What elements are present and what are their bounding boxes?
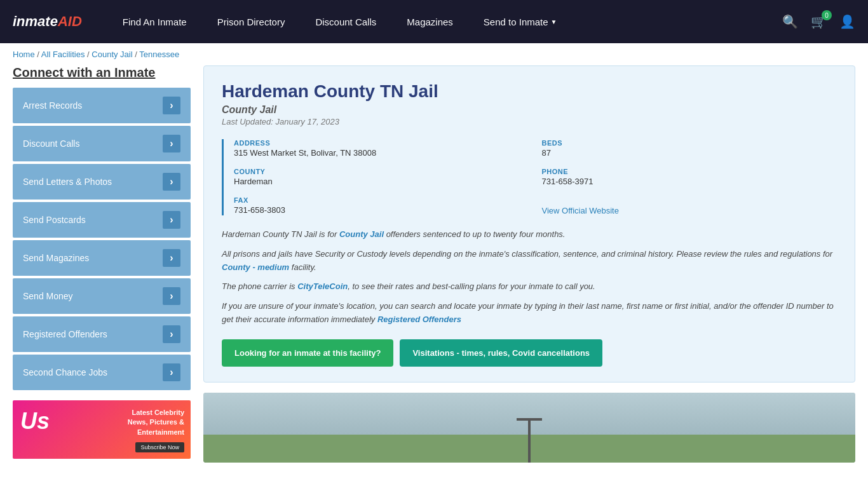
arrow-icon: ›	[163, 173, 180, 191]
breadcrumb: Home / All Facilities / County Jail / Te…	[0, 43, 868, 65]
breadcrumb-all-facilities[interactable]: All Facilities	[41, 50, 85, 59]
cart-icon[interactable]: 🛒 0	[811, 14, 827, 29]
logo[interactable]: inmateAID	[13, 13, 82, 30]
action-buttons: Looking for an inmate at this facility? …	[222, 339, 837, 367]
cart-badge: 0	[822, 10, 832, 20]
visitations-button[interactable]: Visitations - times, rules, Covid cancel…	[400, 339, 602, 367]
registered-offenders-link[interactable]: Registered Offenders	[377, 315, 461, 324]
county-jail-link[interactable]: County Jail	[339, 229, 384, 239]
breadcrumb-tennessee[interactable]: Tennessee	[139, 50, 179, 59]
ad-subscribe-button[interactable]: Subscribe Now	[135, 442, 184, 452]
arrow-icon: ›	[163, 97, 180, 114]
address-block: ADDRESS 315 West Market St, Bolivar, TN …	[234, 139, 529, 158]
ad-banner[interactable]: Us Latest Celebrity News, Pictures & Ent…	[13, 400, 191, 459]
arrow-icon: ›	[163, 363, 180, 381]
facility-updated: Last Updated: January 17, 2023	[222, 117, 837, 126]
breadcrumb-county-jail[interactable]: County Jail	[92, 50, 132, 59]
sidebar-item-discount-calls[interactable]: Discount Calls ›	[13, 126, 191, 161]
dropdown-arrow-icon: ▼	[551, 18, 557, 25]
desc1: Hardeman County TN Jail is for County Ja…	[222, 228, 837, 241]
ground	[203, 435, 855, 463]
facility-type: County Jail	[222, 104, 837, 116]
sidebar-item-arrest-records[interactable]: Arrest Records ›	[13, 88, 191, 123]
header-icons: 🔍 🛒 0 👤	[782, 14, 855, 29]
site-header: inmateAID Find An Inmate Prison Director…	[0, 0, 868, 43]
pole	[528, 418, 531, 463]
sidebar: Connect with an Inmate Arrest Records › …	[13, 65, 191, 463]
nav-discount-calls[interactable]: Discount Calls	[300, 0, 391, 43]
citytelecoin-link[interactable]: CityTeleCoin	[297, 281, 348, 291]
breadcrumb-home[interactable]: Home	[13, 50, 35, 59]
arrow-icon: ›	[163, 135, 180, 152]
main-container: Connect with an Inmate Arrest Records › …	[0, 65, 868, 475]
facility-info-grid: ADDRESS 315 West Market St, Bolivar, TN …	[222, 139, 837, 215]
facility-card: Hardeman County TN Jail County Jail Last…	[203, 65, 855, 383]
county-block: COUNTY Hardeman	[234, 168, 529, 186]
sidebar-item-send-letters[interactable]: Send Letters & Photos ›	[13, 164, 191, 200]
ad-text: Latest Celebrity News, Pictures & Entert…	[128, 408, 184, 437]
user-icon[interactable]: 👤	[839, 14, 855, 29]
county-medium-link[interactable]: County - medium	[222, 262, 289, 272]
sidebar-title: Connect with an Inmate	[13, 65, 191, 80]
arrow-icon: ›	[163, 211, 180, 229]
facility-name: Hardeman County TN Jail	[222, 81, 837, 102]
facility-image	[203, 393, 855, 463]
sidebar-item-second-chance-jobs[interactable]: Second Chance Jobs ›	[13, 355, 191, 390]
phone-block: PHONE 731-658-3971	[542, 168, 837, 186]
nav-prison-directory[interactable]: Prison Directory	[202, 0, 301, 43]
nav-magazines[interactable]: Magazines	[391, 0, 468, 43]
arrow-icon: ›	[163, 287, 180, 305]
website-block: View Official Website	[542, 196, 837, 215]
sidebar-item-send-money[interactable]: Send Money ›	[13, 278, 191, 314]
find-inmate-button[interactable]: Looking for an inmate at this facility?	[222, 339, 393, 367]
desc4: If you are unsure of your inmate's locat…	[222, 300, 837, 327]
pole-top	[517, 418, 542, 421]
desc3: The phone carrier is CityTeleCoin, to se…	[222, 280, 837, 294]
nav-find-inmate[interactable]: Find An Inmate	[107, 0, 202, 43]
beds-block: BEDS 87	[542, 139, 837, 158]
search-icon[interactable]: 🔍	[782, 14, 798, 29]
sidebar-item-send-magazines[interactable]: Send Magazines ›	[13, 240, 191, 276]
sidebar-item-registered-offenders[interactable]: Registered Offenders ›	[13, 316, 191, 352]
desc2: All prisons and jails have Security or C…	[222, 248, 837, 274]
nav-send-to-inmate[interactable]: Send to Inmate ▼	[468, 0, 573, 43]
sidebar-item-send-postcards[interactable]: Send Postcards ›	[13, 202, 191, 238]
official-website-link[interactable]: View Official Website	[542, 206, 619, 215]
ad-logo: Us	[20, 408, 50, 435]
arrow-icon: ›	[163, 249, 180, 267]
fax-block: FAX 731-658-3803	[234, 196, 529, 215]
main-nav: Find An Inmate Prison Directory Discount…	[107, 0, 782, 43]
arrow-icon: ›	[163, 325, 180, 343]
content-area: Hardeman County TN Jail County Jail Last…	[203, 65, 855, 463]
